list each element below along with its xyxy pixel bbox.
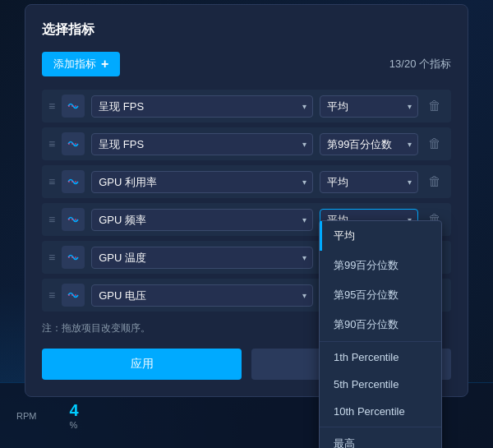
dropdown-item-10th[interactable]: 10th Percentile: [320, 398, 441, 425]
add-metric-button[interactable]: 添加指标 +: [42, 52, 120, 76]
metric-icon: [62, 170, 85, 193]
metric-name-wrapper[interactable]: 呈现 FPS: [91, 95, 313, 118]
metric-name-select[interactable]: GPU 温度: [91, 247, 313, 269]
dropdown-divider-2: [320, 427, 441, 427]
dropdown-item-average[interactable]: 平均: [320, 221, 441, 251]
drag-handle[interactable]: ≡: [48, 213, 55, 226]
drag-handle[interactable]: ≡: [48, 251, 55, 264]
delete-metric-button[interactable]: 🗑: [425, 173, 445, 191]
drag-handle[interactable]: ≡: [48, 175, 55, 188]
metric-agg-wrapper[interactable]: 第99百分位数: [320, 133, 418, 155]
metric-name-wrapper[interactable]: GPU 温度: [91, 247, 313, 269]
modal-title: 选择指标: [42, 21, 451, 39]
metric-icon: [62, 208, 85, 231]
drag-handle[interactable]: ≡: [48, 289, 55, 302]
add-metric-label: 添加指标: [53, 57, 96, 72]
metric-icon: [62, 95, 85, 118]
dropdown-item-max[interactable]: 最高: [320, 429, 441, 448]
dropdown-item-p90[interactable]: 第90百分位数: [320, 310, 441, 339]
metric-icon: [62, 132, 85, 155]
drag-handle[interactable]: ≡: [48, 99, 55, 113]
metric-name-select[interactable]: 呈现 FPS: [91, 133, 313, 155]
table-row: ≡ 呈现 FPS 平均 🗑: [42, 90, 451, 122]
metric-name-wrapper[interactable]: GPU 频率: [91, 209, 313, 231]
dropdown-item-p99[interactable]: 第99百分位数: [320, 251, 441, 280]
dropdown-divider: [320, 341, 441, 342]
dropdown-item-5th[interactable]: 5th Percentile: [320, 371, 441, 398]
metric-agg-select[interactable]: 第99百分位数: [320, 133, 418, 155]
metric-name-select[interactable]: GPU 电压: [91, 284, 313, 307]
metric-name-select[interactable]: 呈现 FPS: [91, 95, 313, 118]
metric-counter: 13/20 个指标: [389, 57, 451, 72]
drag-handle[interactable]: ≡: [48, 137, 55, 150]
dropdown-item-p95[interactable]: 第95百分位数: [320, 280, 441, 310]
delete-metric-button[interactable]: 🗑: [425, 135, 445, 153]
metric-name-wrapper[interactable]: GPU 电压: [91, 284, 313, 307]
metric-name-select[interactable]: GPU 利用率: [91, 171, 313, 193]
metric-name-wrapper[interactable]: GPU 利用率: [91, 171, 313, 193]
aggregation-dropdown: 平均 第99百分位数 第95百分位数 第90百分位数 1th Percentil…: [319, 220, 442, 448]
apply-button[interactable]: 应用: [42, 349, 242, 380]
plus-icon: +: [101, 57, 108, 72]
metric-agg-select[interactable]: 平均: [320, 171, 418, 193]
table-row: ≡ GPU 利用率 平均 🗑: [42, 165, 451, 198]
metric-name-wrapper[interactable]: 呈现 FPS: [91, 133, 313, 155]
table-row: ≡ 呈现 FPS 第99百分位数 🗑: [42, 127, 451, 160]
metric-name-select[interactable]: GPU 频率: [91, 209, 313, 231]
metric-icon: [62, 284, 85, 307]
metric-agg-select[interactable]: 平均: [320, 95, 418, 118]
metric-agg-wrapper[interactable]: 平均: [320, 95, 418, 118]
delete-metric-button[interactable]: 🗑: [425, 97, 445, 115]
metric-icon: [62, 246, 85, 269]
metric-agg-wrapper[interactable]: 平均: [320, 171, 418, 193]
dropdown-item-1th[interactable]: 1th Percentile: [320, 344, 441, 371]
modal-header-row: 添加指标 + 13/20 个指标: [42, 52, 451, 76]
